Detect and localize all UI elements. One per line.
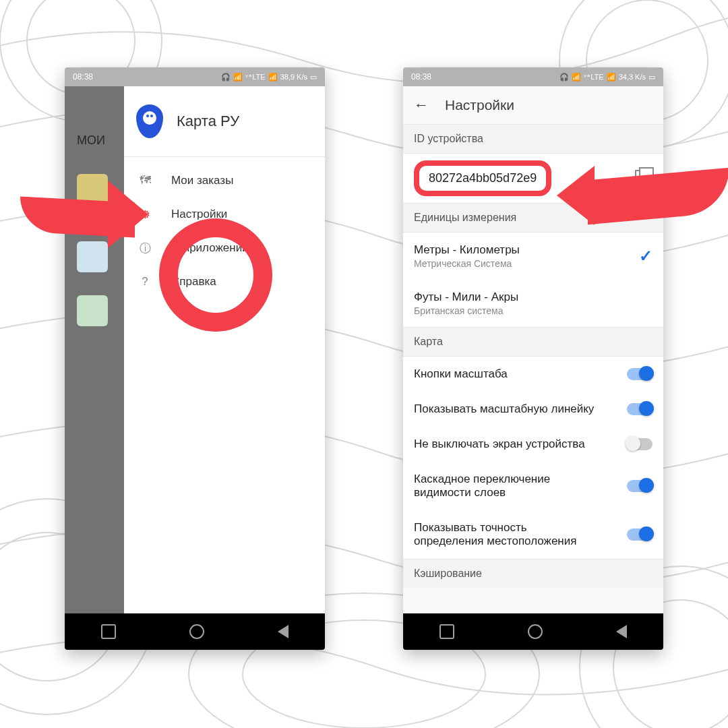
menu-about[interactable]: ⓘ О приложении	[124, 231, 325, 265]
option-label: Футы - Мили - Акры	[414, 291, 518, 304]
menu-help[interactable]: ? Справка	[124, 265, 325, 299]
help-icon: ?	[138, 274, 152, 289]
android-navbar	[403, 613, 663, 650]
switch-toggle[interactable]	[627, 403, 653, 415]
switch-toggle[interactable]	[627, 528, 653, 541]
drawer-header: Карта РУ	[124, 86, 325, 157]
background-map-dim: МОИ	[65, 86, 124, 613]
map-icon-osm	[77, 241, 108, 272]
map-icon-fishing	[77, 174, 108, 205]
page-title: Настройки	[445, 97, 514, 113]
menu-label: Настройки	[171, 208, 227, 221]
app-logo-icon	[136, 104, 163, 138]
option-label: Не выключать экран устройства	[414, 437, 585, 451]
phone-right: 08:38 🎧📶ᵛᵒLTE📶34,3 K/s▭ ← Настройки ID у…	[403, 67, 663, 650]
nav-back-icon[interactable]	[616, 625, 627, 638]
menu-label: Справка	[171, 275, 216, 289]
status-time: 08:38	[411, 72, 431, 82]
option-label: Кнопки масштаба	[414, 367, 508, 381]
status-bar: 08:38 🎧📶ᵛᵒLTE📶38,9 K/s▭	[65, 67, 325, 86]
unit-metric[interactable]: Метры - КилометрыМетрическая Система ✓	[403, 233, 663, 280]
option-sublabel: Метрическая Система	[414, 258, 520, 269]
gear-icon: ⚙	[138, 207, 152, 222]
settings-screen: ← Настройки ID устройства 80272a4bb05d72…	[403, 86, 663, 613]
switch-toggle[interactable]	[627, 480, 653, 492]
section-units: Единицы измерения	[403, 203, 663, 233]
opt-scale-ruler[interactable]: Показывать масштабную линейку	[403, 392, 663, 427]
menu-label: О приложении	[171, 241, 249, 255]
nav-back-icon[interactable]	[278, 625, 289, 638]
status-icons: 🎧📶ᵛᵒLTE📶34,3 K/s▭	[557, 72, 655, 82]
device-id-value: 80272a4bb05d72e9	[414, 160, 551, 196]
switch-toggle[interactable]	[627, 368, 653, 380]
opt-keep-screen-on[interactable]: Не выключать экран устройства	[403, 427, 663, 462]
section-map: Карта	[403, 327, 663, 357]
option-label: Показывать масштабную линейку	[414, 402, 594, 416]
section-device-id: ID устройства	[403, 124, 663, 154]
nav-drawer: Карта РУ 🗺 Мои заказы ⚙ Настройки ⓘ О пр…	[124, 86, 325, 613]
option-label: Метры - Километры	[414, 243, 520, 257]
device-id-row: 80272a4bb05d72e9	[403, 154, 663, 203]
app-bar: ← Настройки	[403, 86, 663, 124]
android-navbar	[65, 613, 325, 650]
nav-recent-icon[interactable]	[439, 624, 454, 639]
opt-location-accuracy[interactable]: Показывать точность определения местопол…	[403, 510, 663, 559]
nav-recent-icon[interactable]	[101, 624, 116, 639]
app-title: Карта РУ	[177, 113, 239, 130]
unit-imperial[interactable]: Футы - Мили - АкрыБританская система	[403, 280, 663, 327]
back-arrow-icon[interactable]: ←	[414, 96, 429, 114]
checkmark-icon: ✓	[639, 247, 653, 266]
nav-home-icon[interactable]	[189, 624, 204, 639]
menu-label: Мои заказы	[171, 174, 233, 187]
phone-left: 08:38 🎧📶ᵛᵒLTE📶38,9 K/s▭ МОИ Карта РУ 🗺 М…	[65, 67, 325, 650]
info-icon: ⓘ	[138, 241, 152, 255]
opt-cascade-layers[interactable]: Каскадное переключение видимости слоев	[403, 462, 663, 510]
nav-home-icon[interactable]	[528, 624, 543, 639]
option-label: Показывать точность определения местопол…	[414, 521, 596, 548]
menu-settings[interactable]: ⚙ Настройки	[124, 198, 325, 231]
status-bar: 08:38 🎧📶ᵛᵒLTE📶34,3 K/s▭	[403, 67, 663, 86]
opt-zoom-buttons[interactable]: Кнопки масштаба	[403, 357, 663, 392]
section-caching: Кэширование	[403, 559, 663, 588]
menu-my-orders[interactable]: 🗺 Мои заказы	[124, 164, 325, 198]
status-icons: 🎧📶ᵛᵒLTE📶38,9 K/s▭	[218, 72, 317, 82]
copy-icon[interactable]	[635, 170, 653, 187]
status-time: 08:38	[73, 72, 93, 82]
map-icon: 🗺	[138, 173, 152, 188]
map-icon-terrain	[77, 295, 108, 326]
switch-toggle[interactable]	[627, 438, 653, 450]
option-label: Каскадное переключение видимости слоев	[414, 473, 596, 499]
option-sublabel: Британская система	[414, 305, 518, 316]
partial-header: МОИ	[77, 133, 105, 148]
